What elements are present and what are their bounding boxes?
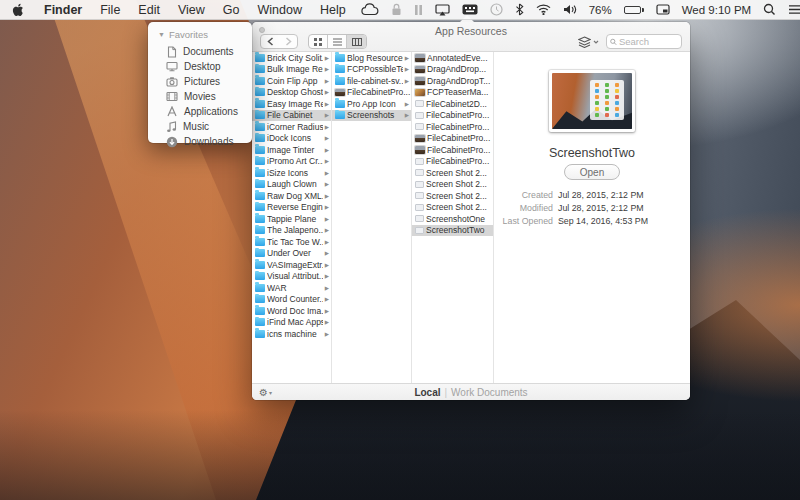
file-row[interactable]: Word Doc Ima...▶ (252, 305, 331, 317)
menu-help[interactable]: Help (311, 3, 355, 17)
menu-finder[interactable]: Finder (35, 3, 91, 17)
sidebar-item-applications[interactable]: Applications (158, 104, 252, 119)
file-row[interactable]: Pro App Icon▶ (332, 98, 411, 110)
display-preferences-icon[interactable] (650, 0, 676, 20)
file-row[interactable]: DragAndDropT... (412, 75, 493, 87)
wifi-icon[interactable] (530, 0, 557, 20)
file-row[interactable]: FCPTeaserMa... (412, 87, 493, 99)
sidebar-item-music[interactable]: Music (158, 119, 252, 134)
menu-file[interactable]: File (91, 3, 129, 17)
cloud-menu-icon[interactable] (355, 0, 385, 20)
file-row[interactable]: Coin Flip App▶ (252, 75, 331, 87)
file-row[interactable]: Screen Shot 2... (412, 190, 493, 202)
search-input[interactable] (619, 36, 678, 47)
file-row[interactable]: iDock Icons▶ (252, 133, 331, 145)
notification-center-icon[interactable] (782, 0, 800, 20)
clock-menu-icon[interactable] (484, 0, 509, 20)
pause-icon[interactable] (408, 0, 429, 20)
file-row[interactable]: Bulk Image Re...▶ (252, 64, 331, 76)
forward-button[interactable] (279, 35, 297, 48)
file-row[interactable]: Image Tinter▶ (252, 144, 331, 156)
file-row[interactable]: FileCabinetPro... (412, 156, 493, 168)
file-row[interactable]: The Jalapeno...▶ (252, 225, 331, 237)
file-row[interactable]: Easy Image Re...▶ (252, 98, 331, 110)
file-row[interactable]: FCPPossibleTe...▶ (332, 64, 411, 76)
file-row[interactable]: iFind Mac Apps▶ (252, 317, 331, 329)
preview-thumbnail[interactable] (549, 70, 635, 132)
file-row[interactable]: File Cabinet▶ (252, 110, 331, 122)
metadata-value: Sep 14, 2016, 4:53 PM (558, 216, 648, 226)
icon-view-button[interactable] (309, 35, 328, 48)
lock-icon[interactable] (385, 0, 408, 20)
list-view-button[interactable] (328, 35, 347, 48)
file-row[interactable]: Tic Tac Toe W...▶ (252, 236, 331, 248)
file-row[interactable]: Tappie Plane▶ (252, 213, 331, 225)
menu-window[interactable]: Window (248, 3, 310, 17)
file-row[interactable]: iSize Icons▶ (252, 167, 331, 179)
file-row[interactable]: FileCabinetPro... (412, 121, 493, 133)
location-tab-work-documents[interactable]: Work Documents (451, 387, 528, 398)
file-row[interactable]: icns machine▶ (252, 328, 331, 340)
file-row[interactable]: Desktop Ghost▶ (252, 87, 331, 99)
disclosure-triangle-icon[interactable]: ▼ (158, 31, 165, 38)
battery-icon[interactable] (618, 0, 650, 20)
file-row[interactable]: ScreenshotOne (412, 213, 493, 225)
column-view-button[interactable] (347, 35, 366, 48)
chevron-right-icon: ▶ (325, 239, 331, 245)
sidebar-item-documents[interactable]: Documents (158, 44, 252, 59)
file-row[interactable]: iPromo Art Cr...▶ (252, 156, 331, 168)
keyboard-icon[interactable] (456, 0, 484, 20)
file-row[interactable]: Screenshots▶ (332, 110, 411, 122)
file-label: Coin Flip App (267, 76, 323, 86)
file-row[interactable]: FileCabinetPro... (412, 110, 493, 122)
file-row[interactable]: DragAndDrop... (412, 64, 493, 76)
file-row[interactable]: Brick City Solit...▶ (252, 52, 331, 64)
arrange-button[interactable] (578, 36, 599, 48)
action-menu-button[interactable]: ⚙ ▾ (259, 387, 272, 398)
file-row[interactable]: AnnotatedEve... (412, 52, 493, 64)
file-row[interactable]: Screen Shot 2... (412, 202, 493, 214)
window-titlebar[interactable]: App Resources (252, 22, 690, 52)
file-row[interactable]: Blog Resources▶ (332, 52, 411, 64)
apple-logo-icon[interactable] (12, 3, 25, 17)
menu-go[interactable]: Go (214, 3, 249, 17)
file-row[interactable]: Laugh Clown▶ (252, 179, 331, 191)
sidebar-item-desktop[interactable]: Desktop (158, 59, 252, 74)
file-row[interactable]: Raw Dog XML...▶ (252, 190, 331, 202)
file-row[interactable]: Under Over▶ (252, 248, 331, 260)
favorites-header[interactable]: ▼ Favorites (158, 29, 252, 40)
file-row[interactable]: FileCabinetPro... (412, 144, 493, 156)
file-row[interactable]: Screen Shot 2... (412, 179, 493, 191)
menubar-clock[interactable]: Wed 9:10 PM (676, 4, 757, 16)
file-row[interactable]: ScreenshotTwo (412, 225, 493, 237)
file-row[interactable]: FileCabinetPro... (332, 87, 411, 99)
file-row[interactable]: Visual Attribut...▶ (252, 271, 331, 283)
menu-edit[interactable]: Edit (129, 3, 169, 17)
sidebar-item-downloads[interactable]: Downloads (158, 134, 252, 149)
open-button[interactable]: Open (564, 164, 620, 180)
file-row[interactable]: Reverse Engin...▶ (252, 202, 331, 214)
airplay-display-icon[interactable] (429, 0, 456, 20)
file-row[interactable]: WAR▶ (252, 282, 331, 294)
sidebar-item-pictures[interactable]: Pictures (158, 74, 252, 89)
back-button[interactable] (261, 35, 279, 48)
folder-icon (335, 54, 345, 62)
location-tab-local[interactable]: Local (414, 387, 440, 398)
file-row[interactable]: FileCabinet2D... (412, 98, 493, 110)
view-mode-control (308, 34, 367, 49)
bluetooth-icon[interactable] (509, 0, 530, 20)
file-row[interactable]: Screen Shot 2... (412, 167, 493, 179)
sidebar-item-movies[interactable]: Movies (158, 89, 252, 104)
gear-icon: ⚙ (259, 387, 268, 398)
file-row[interactable]: Word Counter...▶ (252, 294, 331, 306)
file-label: Easy Image Re... (267, 99, 323, 109)
file-row[interactable]: iCorner Radius▶ (252, 121, 331, 133)
file-row[interactable]: file-cabinet-sv...▶ (332, 75, 411, 87)
file-label: Blog Resources (347, 53, 403, 63)
file-row[interactable]: FileCabinetPro... (412, 133, 493, 145)
volume-icon[interactable] (557, 0, 583, 20)
search-field[interactable] (606, 34, 682, 49)
file-row[interactable]: VASImageExtr...▶ (252, 259, 331, 271)
menu-view[interactable]: View (169, 3, 214, 17)
spotlight-icon[interactable] (757, 0, 782, 20)
